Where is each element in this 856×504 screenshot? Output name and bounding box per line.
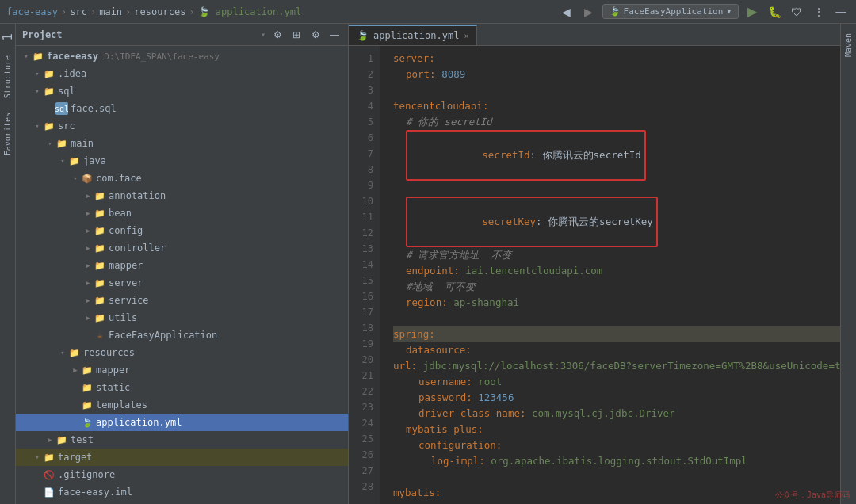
tree-arrow: ▾ — [21, 51, 32, 62]
folder-icon: 📁 — [94, 189, 106, 202]
tree-item-utils[interactable]: ▶ 📁 utils — [16, 309, 348, 326]
watermark: 公众号：Java导师码 — [775, 490, 850, 501]
panel-close-btn[interactable]: — — [327, 28, 342, 42]
secret-id-box: secretId: 你腾讯云的secretId — [406, 130, 646, 181]
code-line-12: region: ap-shanghai — [393, 295, 840, 311]
tree-item-face-sql[interactable]: sql face.sql — [16, 100, 348, 117]
run-button[interactable]: ▶ — [743, 3, 761, 21]
left-tab-favorites[interactable]: Favorites — [1, 106, 14, 162]
nav-forward-button[interactable]: ▶ — [580, 3, 598, 21]
tree-label: test — [71, 434, 94, 445]
tree-label: src — [58, 120, 75, 132]
coverage-button[interactable]: 🛡 — [788, 3, 805, 21]
more-button[interactable]: ⋮ — [810, 3, 827, 21]
tree-label: java — [83, 155, 106, 166]
tree-arrow: ▶ — [82, 277, 94, 288]
tree-arrow: ▾ — [57, 155, 68, 166]
tree-item-sql[interactable]: ▾ 📁 sql — [16, 82, 348, 100]
left-side-tabs: 1 Structure Favorites — [0, 24, 16, 504]
code-line-7 — [393, 181, 840, 197]
tree-label: face-easy.iml — [58, 487, 132, 498]
tree-item-face-easy-app[interactable]: ☕ FaceEasyApplication — [16, 326, 348, 344]
tree-item-config[interactable]: ▶ 📁 config — [16, 222, 348, 239]
tree-item-service[interactable]: ▶ 📁 service — [16, 292, 348, 309]
left-tab-1[interactable]: 1 — [0, 27, 17, 48]
code-line-25: typeAliasesPackage: com.face.bean — [393, 501, 840, 504]
right-tab-maven[interactable]: Maven — [842, 27, 855, 63]
panel-layout-btn[interactable]: ⊞ — [289, 28, 304, 42]
panel-settings-btn[interactable]: ⚙ — [270, 28, 285, 42]
tree-item-help-md[interactable]: 📋 HELP.md — [16, 501, 348, 504]
sql-icon: sql — [55, 102, 68, 115]
tree-item-resources-mapper[interactable]: ▶ 📁 mapper — [16, 361, 348, 379]
tree-item-face-easy[interactable]: ▾ 📁 face-easy D:\IDEA_SPAN\face-easy — [16, 48, 348, 65]
folder-icon: 📁 — [94, 277, 106, 289]
tree-item-iml[interactable]: 📄 face-easy.iml — [16, 483, 348, 501]
breadcrumb: face-easy › src › main › resources › 🍃 a… — [6, 6, 558, 17]
tree-arrow — [70, 399, 81, 410]
left-tab-structure[interactable]: Structure — [1, 49, 14, 105]
panel-gear-btn[interactable]: ⚙ — [308, 28, 323, 42]
code-line-21: configuration: — [393, 437, 840, 453]
tree-label: server — [109, 277, 143, 288]
panel-header: Project ▾ ⚙ ⊞ ⚙ — — [16, 24, 348, 46]
code-area[interactable]: server: port: 8089 tencentcloudapi: # 你的… — [380, 46, 840, 504]
code-line-10: endpoint: iai.tencentcloudapi.com — [393, 263, 840, 279]
tree-label: mapper — [109, 260, 143, 271]
tree-item-src[interactable]: ▾ 📁 src — [16, 117, 348, 135]
tree-item-idea[interactable]: ▾ 📁 .idea — [16, 65, 348, 82]
tree-item-templates[interactable]: 📁 templates — [16, 396, 348, 414]
tree-item-main[interactable]: ▾ 📁 main — [16, 135, 348, 152]
breadcrumb-part-1[interactable]: face-easy — [6, 6, 58, 17]
tree-arrow: ▾ — [57, 347, 68, 358]
tree-item-static[interactable]: 📁 static — [16, 379, 348, 396]
tree-label: templates — [96, 399, 147, 410]
code-line-16: url: jdbc:mysql://localhost:3306/faceDB?… — [393, 358, 840, 374]
tree-arrow: ▶ — [82, 260, 94, 271]
tree-arrow: ▾ — [32, 452, 43, 463]
tree-label: utils — [109, 312, 137, 323]
tree-item-application-yml[interactable]: 🍃 application.yml — [16, 414, 348, 431]
iml-icon: 📄 — [43, 486, 55, 498]
panel-title: Project — [22, 29, 256, 40]
tree-arrow: ▶ — [82, 242, 94, 254]
run-config-icon: 🍃 — [610, 6, 621, 17]
tree-item-test[interactable]: ▶ 📁 test — [16, 431, 348, 449]
tree-item-bean[interactable]: ▶ 📁 bean — [16, 204, 348, 222]
tab-close-button[interactable]: × — [464, 32, 468, 40]
tree-item-gitignore[interactable]: 🚫 .gitignore — [16, 466, 348, 483]
editor-tab-application-yml[interactable]: 🍃 application.yml × — [349, 25, 477, 45]
breadcrumb-part-2[interactable]: src — [70, 6, 87, 17]
tree-item-controller[interactable]: ▶ 📁 controller — [16, 239, 348, 257]
code-line-3 — [393, 82, 840, 98]
tree-arrow: ▶ — [82, 295, 94, 306]
yml-icon: 🍃 — [81, 416, 94, 429]
tree-item-target[interactable]: ▾ 📁 target — [16, 449, 348, 466]
tree-item-com-face[interactable]: ▾ 📦 com.face — [16, 170, 348, 187]
minimize-button[interactable]: — — [832, 3, 850, 21]
run-config-selector[interactable]: 🍃 FaceEasyApplication ▾ — [602, 4, 739, 19]
tree-item-java[interactable]: ▾ 📁 java — [16, 152, 348, 170]
tab-label: application.yml — [373, 30, 459, 41]
tree-item-resources[interactable]: ▾ 📁 resources — [16, 344, 348, 361]
breadcrumb-part-5[interactable]: 🍃 application.yml — [198, 6, 302, 17]
folder-icon: 📁 — [81, 364, 94, 376]
tree-item-annotation[interactable]: ▶ 📁 annotation — [16, 187, 348, 204]
tree-arrow: ▶ — [82, 225, 94, 236]
folder-icon: 📁 — [68, 346, 81, 359]
folder-icon: 📁 — [94, 294, 106, 307]
code-line-20: mybatis-plus: — [393, 422, 840, 437]
toolbar-right: ◀ ▶ 🍃 FaceEasyApplication ▾ ▶ 🐛 🛡 ⋮ — — [558, 3, 850, 21]
tree-arrow: ▾ — [32, 120, 43, 132]
tree-item-server[interactable]: ▶ 📁 server — [16, 274, 348, 292]
breadcrumb-part-3[interactable]: main — [99, 6, 122, 17]
code-line-23 — [393, 469, 840, 485]
debug-button[interactable]: 🐛 — [766, 3, 783, 21]
breadcrumb-part-4[interactable]: resources — [134, 6, 185, 17]
folder-icon: 📁 — [94, 242, 106, 254]
nav-back-button[interactable]: ◀ — [558, 3, 575, 21]
code-line-2: port: 8089 — [393, 67, 840, 82]
tree-item-mapper[interactable]: ▶ 📁 mapper — [16, 257, 348, 274]
tree-arrow — [44, 103, 55, 114]
tree-label: config — [109, 225, 143, 236]
